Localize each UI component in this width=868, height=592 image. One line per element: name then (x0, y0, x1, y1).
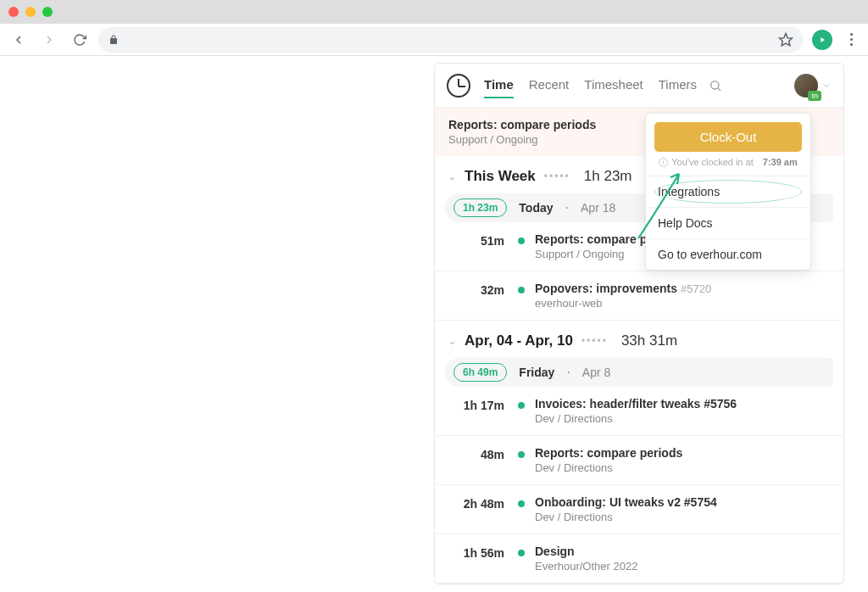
section-header[interactable]: ⌄ Apr, 04 - Apr, 10 ••••• 33h 31m (435, 321, 843, 358)
window-close[interactable] (8, 7, 19, 17)
entry-duration: 1h 56m (448, 545, 508, 572)
tab-recent[interactable]: Recent (529, 72, 570, 98)
time-entry[interactable]: 1h 56m Design Everhour/Other 2022 (435, 534, 843, 584)
status-dot-icon (518, 550, 525, 556)
tab-timesheet[interactable]: Timesheet (584, 72, 643, 98)
chevron-down-icon: ⌄ (448, 171, 456, 182)
svg-marker-0 (780, 33, 793, 45)
status-dot-icon (518, 500, 525, 507)
day-name: Today (519, 201, 553, 215)
section-total: 33h 31m (621, 332, 677, 349)
window-maximize[interactable] (42, 7, 53, 17)
section-title: Apr, 04 - Apr, 10 (465, 332, 573, 349)
entry-sub: Dev / Directions (535, 461, 830, 474)
entry-title: Design (535, 545, 830, 558)
user-dropdown: Clock-Out i You've clocked in at 7:39 am… (645, 113, 811, 271)
entry-title: Invoices: header/filter tweaks #5756 (535, 397, 830, 410)
status-dot-icon (518, 402, 525, 409)
time-entry[interactable]: 2h 48m Onboarding: UI tweaks v2 #5754 De… (435, 485, 843, 534)
entry-sub: everhour-web (535, 297, 830, 310)
entry-title: Popovers: improvements#5720 (535, 282, 830, 295)
day-row: 6h 49m Friday · Apr 8 (445, 358, 833, 387)
time-entry[interactable]: 48m Reports: compare periods Dev / Direc… (435, 436, 843, 485)
section-total: 1h 23m (584, 168, 632, 185)
tab-timers[interactable]: Timers (659, 72, 697, 98)
status-dot-icon (518, 451, 525, 458)
window-minimize[interactable] (25, 7, 36, 17)
day-date: Apr 8 (582, 366, 610, 379)
entry-duration: 2h 48m (448, 495, 508, 523)
day-dots: ••••• (544, 170, 570, 182)
menu-go-to-site[interactable]: Go to everhour.com (646, 239, 810, 270)
time-entry[interactable]: 32m Popovers: improvements#5720 everhour… (435, 271, 843, 321)
tab-strip (0, 0, 868, 24)
browser-menu[interactable] (841, 33, 861, 46)
lock-icon (108, 35, 119, 45)
entry-title: Onboarding: UI tweaks v2 #5754 (535, 495, 830, 509)
svg-point-1 (711, 81, 719, 88)
bookmark-star-icon[interactable] (778, 32, 793, 47)
extension-button[interactable] (810, 28, 834, 52)
menu-integrations[interactable]: Integrations (646, 176, 810, 208)
status-dot-icon (518, 237, 525, 244)
search-icon[interactable] (709, 79, 722, 92)
entry-sub: Dev / Directions (535, 412, 830, 425)
day-name: Friday (519, 366, 554, 379)
browser-chrome (0, 0, 868, 56)
entry-title: Reports: compare periods (535, 446, 830, 460)
chevron-down-icon: ⌄ (448, 336, 456, 347)
forward-button[interactable] (37, 28, 61, 52)
reload-button[interactable] (68, 28, 92, 52)
time-entry[interactable]: 1h 17m Invoices: header/filter tweaks #5… (435, 387, 843, 436)
entry-sub: Everhour/Other 2022 (535, 560, 830, 572)
day-dots: ••••• (581, 335, 608, 347)
play-icon (812, 30, 832, 50)
day-date: Apr 18 (581, 201, 615, 215)
tab-time[interactable]: Time (484, 72, 514, 98)
status-dot-icon (518, 287, 525, 293)
nav-tabs: Time Recent Timesheet Timers (484, 72, 697, 98)
clock-out-button[interactable]: Clock-Out (654, 122, 802, 152)
user-menu[interactable]: In (794, 74, 832, 98)
back-button[interactable] (7, 28, 31, 52)
day-total-pill: 1h 23m (453, 198, 507, 217)
chevron-down-icon (821, 81, 832, 91)
browser-toolbar (0, 24, 868, 56)
page: Time Recent Timesheet Timers In Reports:… (0, 56, 868, 592)
extension-panel: Time Recent Timesheet Timers In Reports:… (434, 63, 844, 584)
status-badge: In (808, 91, 821, 101)
info-icon: i (659, 158, 668, 167)
url-bar[interactable] (98, 27, 804, 53)
day-total-pill: 6h 49m (453, 363, 507, 382)
section-title: This Week (465, 168, 536, 185)
entry-duration: 51m (448, 232, 508, 260)
entry-sub: Dev / Directions (535, 511, 830, 523)
app-logo-icon (447, 74, 470, 98)
entry-duration: 32m (448, 282, 508, 310)
panel-header: Time Recent Timesheet Timers In (435, 64, 843, 108)
menu-help-docs[interactable]: Help Docs (646, 208, 810, 239)
entry-tag: #5720 (681, 282, 711, 295)
clock-note: i You've clocked in at 7:39 am (654, 157, 802, 167)
entry-duration: 48m (448, 446, 508, 474)
entry-duration: 1h 17m (448, 397, 508, 425)
